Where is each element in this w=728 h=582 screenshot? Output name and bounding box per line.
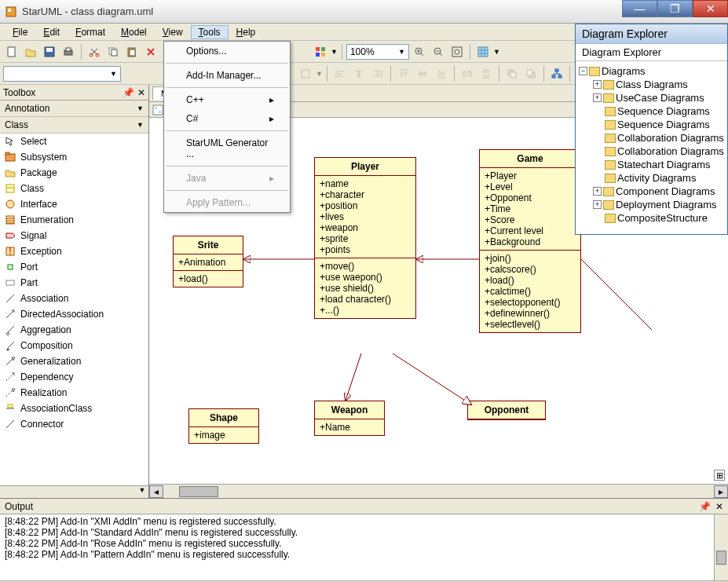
scroll-down-icon[interactable]: ▼ — [136, 486, 148, 498]
toolbox-item-dependency[interactable]: Dependency — [0, 369, 148, 385]
zoom-combo[interactable]: 100%▼ — [346, 44, 409, 60]
maximize-button[interactable]: ❐ — [657, 0, 693, 17]
menu-view[interactable]: View — [155, 25, 191, 39]
dropdown-arrow-icon[interactable]: ▼ — [493, 48, 500, 56]
back-button[interactable] — [522, 65, 540, 82]
toolbox-item-subsystem[interactable]: Subsystem — [0, 149, 148, 165]
toolbox-item-package[interactable]: Package — [0, 165, 148, 181]
uml-class-game[interactable]: Game+Player+Level+Opponent+Time+Score+Cu… — [479, 149, 581, 333]
delete-button[interactable] — [142, 43, 159, 60]
toolbox-item-connector[interactable]: Connector — [0, 416, 148, 432]
toolbox-item-exception[interactable]: !Exception — [0, 243, 148, 259]
horizontal-scrollbar[interactable]: ◂ ▸ — [149, 484, 728, 498]
tree-item[interactable]: Sequence Diagrams — [579, 118, 727, 131]
align-center-button[interactable] — [350, 65, 368, 82]
scroll-thumb[interactable] — [179, 486, 218, 497]
align-left-button[interactable] — [331, 65, 349, 82]
expand-icon[interactable]: + — [593, 187, 602, 196]
toolbox-item-directedassociation[interactable]: DirectedAssociation — [0, 306, 148, 322]
scroll-thumb[interactable] — [716, 551, 726, 565]
open-button[interactable] — [22, 43, 39, 60]
scroll-left-icon[interactable]: ◂ — [149, 485, 163, 498]
tree-item[interactable]: Collaboration Diagrams — [579, 131, 727, 145]
toolbox-item-select[interactable]: Select — [0, 134, 148, 149]
menu-item[interactable]: Add-In Manager... — [164, 66, 290, 85]
align-button[interactable] — [297, 65, 314, 82]
tree-item[interactable]: +Component Diagrams — [579, 185, 727, 198]
tree-item[interactable]: +Deployment Diagrams — [579, 198, 727, 211]
tree-item[interactable]: +Class Diagrams — [579, 78, 727, 91]
tree-item[interactable]: Sequence Diagrams — [579, 104, 727, 118]
dist-h-button[interactable] — [459, 65, 476, 82]
align-bottom-button[interactable] — [433, 65, 450, 82]
zoom-in-button[interactable] — [411, 43, 428, 60]
uml-class-shape[interactable]: Shape+image — [188, 408, 259, 444]
minimize-button[interactable]: — — [622, 0, 657, 17]
toolbox-item-signal[interactable]: Signal — [0, 228, 148, 243]
uml-class-weapon[interactable]: Weapon+Name — [314, 401, 385, 436]
paste-button[interactable] — [123, 43, 141, 60]
combo-box[interactable]: ▼ — [3, 66, 121, 82]
dist-v-button[interactable] — [477, 65, 495, 82]
menu-model[interactable]: Model — [113, 25, 155, 39]
tree-item[interactable]: Activity Diagrams — [579, 171, 727, 185]
uml-class-srite[interactable]: Srite+Animation+load() — [173, 236, 243, 287]
toolbox-item-association[interactable]: Association — [0, 291, 148, 306]
expand-icon[interactable]: ⊞ — [714, 470, 725, 481]
toolbox-item-class[interactable]: Class — [0, 181, 148, 196]
save-button[interactable] — [41, 43, 58, 60]
explorer-title[interactable]: Diagram Explorer — [576, 24, 727, 44]
tree-item[interactable]: Collaboration Diagrams — [579, 145, 727, 158]
menu-format[interactable]: Format — [68, 25, 113, 39]
copy-button[interactable] — [104, 43, 122, 60]
expand-icon[interactable]: + — [593, 200, 602, 209]
close-button[interactable]: ✕ — [693, 0, 728, 17]
close-icon[interactable]: ✕ — [715, 501, 723, 512]
menu-tools[interactable]: Tools — [191, 25, 229, 39]
toolbox-section-annotation[interactable]: Annotation ▼ — [0, 101, 148, 117]
color-button[interactable] — [312, 43, 329, 60]
menu-item[interactable]: C++▸ — [164, 90, 290, 109]
tree-item[interactable]: +UseCase Diagrams — [579, 91, 727, 104]
align-middle-button[interactable] — [414, 65, 431, 82]
pin-icon[interactable]: 📌 — [123, 87, 134, 98]
menu-item[interactable]: Options... — [164, 42, 290, 60]
scroll-right-icon[interactable]: ▸ — [714, 485, 728, 498]
dropdown-arrow-icon[interactable]: ▼ — [331, 48, 338, 56]
toolbox-item-generalization[interactable]: Generalization — [0, 353, 148, 369]
menu-item[interactable]: StarUML Generator ... — [164, 134, 290, 163]
close-icon[interactable]: ✕ — [137, 87, 145, 98]
front-button[interactable] — [503, 65, 521, 82]
uml-class-player[interactable]: Player+name+character+position+lives+wea… — [314, 157, 416, 319]
diagram-explorer-window[interactable]: Diagram Explorer Diagram Explorer −Diagr… — [575, 24, 728, 235]
new-button[interactable] — [3, 43, 20, 60]
zoom-fit-button[interactable] — [448, 43, 466, 60]
menu-edit[interactable]: Edit — [35, 25, 68, 39]
toolbox-item-part[interactable]: Part — [0, 275, 148, 291]
menu-item[interactable]: C#▸ — [164, 109, 290, 128]
cut-button[interactable] — [86, 43, 103, 60]
vertical-scrollbar[interactable] — [714, 514, 728, 580]
expand-icon[interactable]: + — [593, 80, 602, 89]
grid-button[interactable] — [474, 43, 492, 60]
pin-icon[interactable]: 📌 — [699, 501, 711, 512]
toolbox-item-port[interactable]: Port — [0, 259, 148, 275]
toolbox-item-associationclass[interactable]: AssociationClass — [0, 401, 148, 416]
toolbox-item-enumeration[interactable]: Enumeration — [0, 212, 148, 228]
uml-class-opponent[interactable]: Opponent — [467, 401, 546, 420]
tree-button[interactable] — [548, 65, 565, 82]
align-top-button[interactable] — [395, 65, 412, 82]
align-right-button[interactable] — [369, 65, 386, 82]
toolbox-section-class[interactable]: Class ▼ — [0, 117, 148, 134]
zoom-out-button[interactable] — [430, 43, 447, 60]
diagram-icon[interactable] — [152, 104, 163, 115]
expand-icon[interactable]: + — [593, 93, 602, 102]
toolbox-item-realization[interactable]: Realization — [0, 385, 148, 401]
menu-file[interactable]: File — [5, 25, 35, 39]
print-button[interactable] — [60, 43, 77, 60]
tree-root[interactable]: −Diagrams — [579, 64, 727, 78]
tree-item[interactable]: CompositeStructure — [579, 211, 727, 225]
collapse-icon[interactable]: − — [579, 67, 587, 75]
toolbox-item-aggregation[interactable]: Aggregation — [0, 322, 148, 338]
menu-help[interactable]: Help — [229, 25, 264, 39]
